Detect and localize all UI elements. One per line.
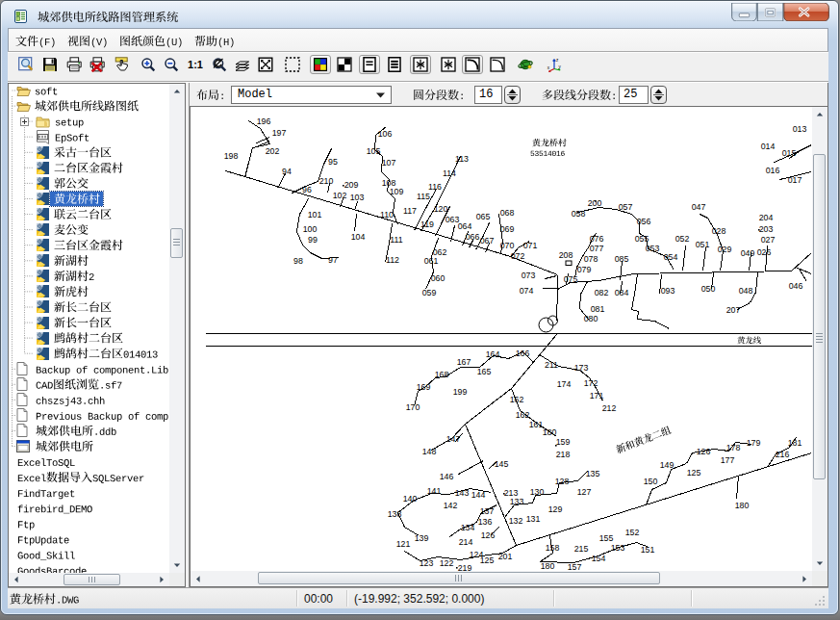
svg-text:158: 158: [546, 543, 560, 553]
svg-text:066: 066: [466, 232, 480, 242]
svg-text:147: 147: [446, 434, 461, 444]
svg-text:197: 197: [272, 128, 287, 138]
svg-text:093: 093: [661, 286, 675, 296]
svg-text:149: 149: [660, 460, 675, 470]
svg-text:112: 112: [386, 255, 399, 265]
svg-text:126: 126: [481, 530, 496, 540]
svg-text:162: 162: [516, 410, 530, 420]
svg-text:122: 122: [440, 558, 454, 568]
svg-text:084: 084: [615, 288, 629, 297]
svg-text:219: 219: [458, 563, 472, 571]
svg-text:046: 046: [789, 281, 803, 291]
svg-text:113: 113: [455, 154, 469, 164]
svg-text:196: 196: [257, 116, 271, 126]
svg-text:144: 144: [471, 490, 486, 500]
svg-text:015: 015: [782, 148, 797, 158]
svg-text:159: 159: [556, 437, 571, 447]
svg-text:057: 057: [619, 202, 633, 212]
svg-text:059: 059: [422, 288, 437, 297]
svg-text:95: 95: [328, 157, 338, 167]
svg-text:082: 082: [595, 288, 609, 297]
svg-text:211: 211: [545, 360, 558, 370]
svg-text:106: 106: [378, 129, 393, 139]
svg-text:208: 208: [559, 250, 573, 260]
svg-text:056: 056: [637, 217, 651, 226]
svg-text:174: 174: [557, 379, 572, 389]
svg-text:164: 164: [486, 349, 500, 359]
svg-text:104: 104: [351, 232, 366, 242]
svg-text:140: 140: [403, 494, 418, 504]
svg-text:026: 026: [757, 247, 772, 257]
svg-text:058: 058: [572, 209, 586, 219]
svg-text:116: 116: [428, 182, 442, 192]
svg-text:121: 121: [396, 539, 411, 549]
svg-text:052: 052: [675, 234, 690, 244]
svg-text:180: 180: [735, 501, 750, 510]
svg-text:060: 060: [431, 273, 445, 283]
svg-text:97: 97: [328, 255, 338, 265]
svg-text:055: 055: [635, 234, 649, 244]
svg-text:215: 215: [574, 544, 589, 554]
svg-text:128: 128: [555, 477, 570, 486]
svg-text:077: 077: [590, 244, 604, 253]
svg-text:067: 067: [480, 236, 495, 245]
svg-text:107: 107: [382, 158, 396, 168]
svg-text:069: 069: [500, 224, 515, 234]
svg-text:152: 152: [625, 528, 640, 537]
svg-text:014: 014: [761, 142, 776, 151]
svg-text:101: 101: [308, 210, 322, 220]
svg-text:99: 99: [308, 235, 318, 245]
svg-text:132: 132: [509, 516, 523, 526]
svg-text:130: 130: [530, 487, 545, 497]
svg-text:173: 173: [574, 363, 589, 373]
svg-text:172: 172: [584, 378, 598, 388]
svg-text:198: 198: [224, 151, 239, 161]
svg-text:085: 085: [615, 254, 629, 264]
svg-text:96: 96: [302, 185, 312, 194]
svg-text:98: 98: [293, 256, 303, 266]
svg-text:148: 148: [422, 447, 437, 456]
svg-text:068: 068: [500, 208, 515, 218]
svg-text:123: 123: [420, 558, 434, 568]
svg-text:180: 180: [541, 561, 555, 571]
svg-text:071: 071: [523, 241, 538, 250]
svg-text:029: 029: [718, 245, 732, 254]
svg-text:214: 214: [459, 537, 473, 547]
svg-text:141: 141: [427, 486, 442, 496]
svg-text:047: 047: [692, 202, 706, 212]
svg-text:131: 131: [526, 514, 541, 524]
svg-text:078: 078: [584, 254, 598, 264]
svg-text:218: 218: [556, 450, 571, 459]
svg-text:053: 053: [646, 244, 660, 253]
svg-text:204: 204: [759, 213, 774, 222]
svg-text:165: 165: [477, 367, 492, 376]
svg-text:049: 049: [741, 248, 755, 258]
svg-text:080: 080: [584, 314, 598, 323]
svg-text:142: 142: [444, 501, 458, 510]
svg-text:168: 168: [435, 370, 449, 379]
svg-text:027: 027: [761, 235, 776, 245]
svg-text:x: x: [547, 65, 550, 70]
svg-text:201: 201: [498, 552, 513, 561]
svg-text:054: 054: [664, 252, 678, 262]
svg-text:157: 157: [568, 562, 582, 571]
svg-text:169: 169: [417, 382, 431, 392]
svg-text:109: 109: [390, 187, 404, 196]
svg-text:z: z: [556, 58, 559, 63]
svg-text:135: 135: [586, 469, 600, 478]
svg-text:017: 017: [788, 175, 802, 185]
svg-text:016: 016: [766, 166, 780, 175]
svg-text:212: 212: [602, 403, 617, 413]
svg-text:199: 199: [453, 387, 468, 397]
svg-text:070: 070: [500, 241, 515, 250]
svg-text:120: 120: [434, 204, 448, 214]
svg-text:065: 065: [476, 212, 491, 221]
svg-text:154: 154: [592, 554, 606, 563]
svg-text:111: 111: [390, 235, 402, 245]
svg-text:119: 119: [420, 220, 434, 229]
svg-text:167: 167: [457, 357, 471, 367]
svg-text:171: 171: [590, 391, 604, 400]
svg-text:209: 209: [344, 180, 359, 190]
svg-text:178: 178: [726, 443, 741, 452]
svg-text:1:1: 1:1: [188, 59, 203, 70]
